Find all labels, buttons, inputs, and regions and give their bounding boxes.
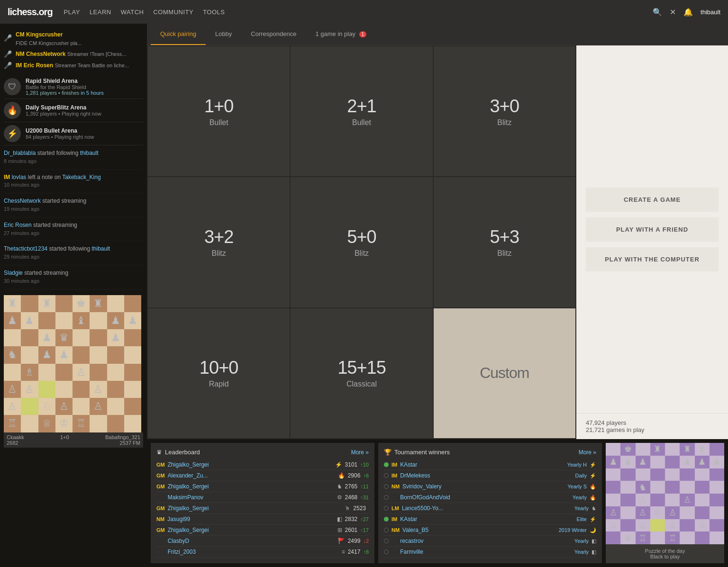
activity-user-2[interactable]: lovlas — [12, 174, 27, 180]
tw-title-2: IM — [391, 473, 397, 478]
tab-game-in-play[interactable]: 1 game in play 1 — [306, 24, 376, 45]
pairing-custom[interactable]: Custom — [434, 308, 575, 438]
activity-target-5[interactable]: thibault — [91, 245, 110, 252]
board-square: ♚ — [73, 295, 90, 312]
pairing-5-0[interactable]: 5+0 Blitz — [291, 177, 432, 307]
username[interactable]: thibault — [701, 9, 720, 16]
activity-user[interactable]: Dr_blablabla — [4, 150, 36, 156]
pairing-2-1[interactable]: 2+1 Bullet — [291, 46, 432, 176]
pairing-3-0[interactable]: 3+0 Blitz — [434, 46, 575, 176]
tw-row-2: IM DrMelekess Daily ⚡ — [384, 470, 596, 481]
tabs-bar: Quick pairing Lobby Correspondence 1 gam… — [147, 24, 728, 45]
arena-info-2: Daily SuperBlitz Arena 1,392 players • P… — [26, 104, 101, 117]
lb-row-4: GM MaksimPanov ⚙ 2468 ↑31 — [156, 492, 369, 503]
nav-watch[interactable]: WATCH — [121, 9, 144, 16]
lb-name-7[interactable]: Zhigalko_Sergei — [168, 527, 335, 533]
tw-offline-dot-4 — [384, 495, 389, 500]
nav-play[interactable]: PLAY — [64, 9, 80, 16]
lb-name-1[interactable]: Zhigalko_Sergei — [168, 461, 332, 468]
board-square — [124, 329, 141, 346]
streamer-cm-kingscrusher[interactable]: CM Kingscrusher — [16, 29, 82, 40]
board-square: ♙ — [90, 398, 107, 415]
tw-name-8[interactable]: recastrov — [400, 538, 572, 544]
tw-name-3[interactable]: Sviridov_Valery — [402, 483, 564, 490]
lb-name-3[interactable]: Zhigalko_Sergei — [168, 483, 334, 490]
arena-sub-3: 84 players • Playing right now — [26, 134, 94, 140]
close-icon[interactable]: ✕ — [670, 8, 676, 17]
activity-user-5[interactable]: Thetacticbot1234 — [4, 245, 47, 252]
tw-tournament-3[interactable]: Yearly S — [567, 484, 587, 489]
right-panel: CREATE A GAME PLAY WITH A FRIEND PLAY WI… — [576, 45, 728, 439]
tab-lobby[interactable]: Lobby — [206, 24, 241, 45]
tw-tournament-7[interactable]: 2019 Winter — [559, 527, 587, 533]
activity-target[interactable]: thibault — [80, 150, 99, 156]
tw-tournament-2[interactable]: Daily — [575, 473, 587, 478]
tw-more[interactable]: More » — [579, 449, 596, 456]
tw-tournament-6[interactable]: Elite — [577, 516, 587, 522]
lb-name-8[interactable]: ClasbyD — [168, 538, 335, 544]
activity-user-4[interactable]: Eric Rosen — [4, 222, 32, 228]
puzzle-info: Puzzle of the day Black to play — [606, 544, 724, 563]
pairing-15-15[interactable]: 15+15 Classical — [291, 308, 432, 438]
tw-name-5[interactable]: Lance5500-Yo... — [402, 505, 572, 512]
lb-name-2[interactable]: Alexander_Zu... — [168, 472, 335, 479]
nav-community[interactable]: COMMUNITY — [153, 9, 193, 16]
arena-u2000[interactable]: ⚡ U2000 Bullet Arena 84 players • Playin… — [4, 122, 143, 145]
mini-board-puzzle[interactable]: ♚♜♜♝♟♟♟♟♟♟♞♙♙♙♙♔♙♙♙♙♙♛♖♖ — [606, 443, 724, 544]
arena-superblitz[interactable]: 🔥 Daily SuperBlitz Arena 1,392 players •… — [4, 99, 143, 122]
activity-time: 8 minutes ago — [4, 158, 36, 164]
nav-tools[interactable]: TOOLS — [203, 9, 225, 16]
tw-name-2[interactable]: DrMelekess — [400, 472, 572, 479]
tw-tournament-1[interactable]: Yearly H — [567, 462, 587, 468]
pairing-10-0[interactable]: 10+0 Rapid — [148, 308, 290, 438]
board-square — [710, 443, 724, 456]
tw-name-7[interactable]: Valera_B5 — [402, 527, 556, 533]
search-icon[interactable]: 🔍 — [653, 8, 662, 17]
lb-name-4[interactable]: MaksimPanov — [168, 494, 334, 501]
tw-tournament-4[interactable]: Yearly — [573, 495, 587, 500]
tw-icon-5: ♞ — [592, 505, 596, 512]
lb-more[interactable]: More » — [351, 449, 369, 456]
lb-title: ♛ Leaderboard — [156, 449, 200, 456]
tw-name-1[interactable]: KAstar — [400, 461, 564, 468]
tw-tournament-5[interactable]: Yearly — [574, 505, 589, 511]
arena-time: 1,281 players • finishes in 5 hours — [26, 90, 104, 96]
board-square: ♙ — [73, 364, 90, 381]
board-square — [680, 468, 694, 481]
logo[interactable]: lichess.org — [8, 7, 53, 18]
tw-name-9[interactable]: Farmville — [400, 549, 572, 555]
activity-user-6[interactable]: Sladgie — [4, 270, 23, 276]
activity-target-2[interactable]: Takeback_King — [62, 174, 100, 180]
time-10-0: 10+0 — [200, 358, 238, 378]
create-game-button[interactable]: CREATE A GAME — [586, 188, 719, 212]
mini-board-left[interactable]: ♜♜♚♜♟♟♝♟♟♟♛♟♞♟♟♗♙♙♙♙♙♘♙♙♖♕♔♖ — [4, 295, 141, 432]
lb-name-6[interactable]: Jasugi99 — [167, 516, 334, 522]
activity-item: Dr_blablabla started following thibault … — [4, 145, 143, 170]
nav-learn[interactable]: LEARN — [90, 9, 111, 16]
arena-rapid-shield[interactable]: 🛡 Rapid Shield Arena Battle for the Rapi… — [4, 75, 143, 99]
main-layout: 🎤 CM Kingscrusher FIDE CM Kingscrusher p… — [0, 24, 728, 567]
tw-name-6[interactable]: KAstar — [400, 516, 573, 522]
bell-icon[interactable]: 🔔 — [683, 8, 693, 17]
tab-correspondence[interactable]: Correspondence — [241, 24, 306, 45]
play-computer-button[interactable]: PLAY WITH THE COMPUTER — [586, 247, 719, 271]
pairing-5-3[interactable]: 5+3 Blitz — [434, 177, 575, 307]
lb-name-9[interactable]: Fritzi_2003 — [168, 549, 339, 555]
tw-tournament-9[interactable]: Yearly — [574, 549, 589, 555]
activity-user-3[interactable]: ChessNetwork — [4, 198, 41, 204]
lb-rating-4: 2468 — [345, 494, 358, 501]
tw-name-4[interactable]: BornOfGodAndVoid — [400, 494, 570, 501]
board-square — [55, 364, 73, 381]
streamer-im-eric-rosen[interactable]: IM Eric Rosen — [16, 62, 53, 69]
tw-row-9: IM Farmville Yearly ◧ — [384, 547, 596, 558]
lb-name-5[interactable]: Zhigalko_Sergei — [168, 505, 342, 512]
pairing-1-0[interactable]: 1+0 Bullet — [148, 46, 290, 176]
tw-tournament-8[interactable]: Yearly — [574, 538, 589, 544]
tab-quick-pairing[interactable]: Quick pairing — [151, 24, 206, 45]
board-square: ♝ — [695, 443, 710, 456]
streamer-nm-chessnetwork[interactable]: NM ChessNetwork — [16, 51, 65, 57]
lb-row-6: NM Jasugi99 ◧ 2832 ↑27 — [156, 514, 369, 525]
play-friend-button[interactable]: PLAY WITH A FRIEND — [586, 217, 719, 242]
arena-info-3: U2000 Bullet Arena 84 players • Playing … — [26, 127, 94, 140]
pairing-3-2[interactable]: 3+2 Blitz — [148, 177, 290, 307]
